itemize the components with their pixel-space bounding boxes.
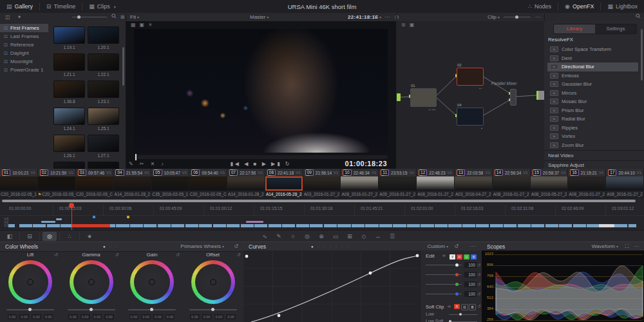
clip-thumbnail[interactable] bbox=[76, 176, 113, 191]
still-thumbnail[interactable] bbox=[88, 26, 119, 44]
gallery-still[interactable]: 1.24.1 bbox=[52, 108, 86, 135]
reset-icon[interactable]: ↺ bbox=[237, 251, 241, 259]
gallery-still[interactable]: 1.26.1 bbox=[52, 135, 86, 162]
tracker-icon[interactable]: ◎ bbox=[300, 233, 314, 240]
stereo-icon[interactable]: ◇ bbox=[357, 233, 371, 240]
channel-slider[interactable] bbox=[426, 265, 462, 265]
still-thumbnail[interactable] bbox=[88, 53, 119, 71]
fx-search-icon[interactable] bbox=[634, 13, 643, 21]
timeline-clip[interactable]: 0421:55:54:11V1A14_2016-01-28_2 bbox=[113, 169, 151, 198]
node-view-select[interactable]: Clip▾ bbox=[488, 13, 500, 21]
v2-clip-segment[interactable] bbox=[246, 221, 263, 223]
slider-knob[interactable] bbox=[455, 263, 459, 267]
page-dots[interactable]: ● ○ ○ ○ ○ ○ ○ bbox=[311, 242, 350, 251]
playhead-pin[interactable] bbox=[69, 203, 74, 208]
clip-thumbnail[interactable] bbox=[568, 176, 605, 191]
page-dots[interactable]: ● ○ ○ bbox=[103, 242, 118, 251]
camera-raw-icon[interactable]: ◧ bbox=[3, 233, 17, 240]
slider-knob[interactable] bbox=[455, 273, 459, 276]
video-frame[interactable] bbox=[134, 29, 388, 153]
fx-item[interactable]: fxColor Space Transform bbox=[547, 45, 638, 54]
reset-icon[interactable]: ↺ bbox=[234, 242, 238, 251]
fx-group-sapphire[interactable]: Sapphire Adjust bbox=[548, 162, 584, 168]
timeline-clip[interactable]: 0722:17:56:06V1A14_2016-01-28_2 bbox=[227, 169, 265, 198]
curves-mode-select[interactable]: Custom▾ bbox=[427, 242, 448, 251]
scope-mode-select[interactable]: Waveform▾ bbox=[592, 242, 618, 251]
master-wheel-slider[interactable] bbox=[68, 309, 115, 310]
clip-thumbnail[interactable] bbox=[493, 176, 530, 191]
still-thumbnail[interactable] bbox=[53, 53, 85, 71]
clip-thumbnail[interactable] bbox=[0, 176, 37, 191]
softclip-r-button[interactable]: R bbox=[454, 304, 460, 309]
album-item[interactable]: ⊡Reference bbox=[0, 41, 48, 49]
timeline-button[interactable]: ⊟ Timeline bbox=[40, 0, 82, 13]
softclip-g-button[interactable]: G bbox=[461, 304, 468, 310]
fx-item[interactable]: fxMirrors bbox=[547, 89, 638, 98]
openfx-button[interactable]: ◉ OpenFX bbox=[558, 0, 600, 13]
expand-icon[interactable]: ⛶ bbox=[625, 242, 629, 251]
nodes-button[interactable]: ∴ Nodes bbox=[522, 0, 558, 13]
v1-clip-bar[interactable] bbox=[19, 224, 636, 227]
tab-settings[interactable]: Settings bbox=[595, 24, 636, 33]
key-icon[interactable]: ▭ bbox=[328, 233, 343, 240]
clip-thumbnail[interactable] bbox=[303, 176, 341, 191]
timeline-clip[interactable]: 1520:58:37:18V1A08_2016-05-27_2 bbox=[531, 169, 569, 198]
parallel-mixer-node[interactable] bbox=[510, 89, 516, 106]
fx-item[interactable]: fxZoom Blur bbox=[547, 141, 638, 150]
clip-thumbnail[interactable] bbox=[227, 176, 265, 191]
clip-thumbnail[interactable] bbox=[113, 176, 151, 191]
fx-item[interactable]: fxPrism Blur bbox=[547, 106, 638, 115]
still-thumbnail[interactable] bbox=[53, 26, 85, 44]
keyframes-icon[interactable]: ↔ bbox=[371, 233, 385, 240]
timeline-clip[interactable]: 1422:56:34:22V1A08_2016-01-27_2 bbox=[493, 169, 531, 198]
wheels-mode-select[interactable]: Primaries Wheels▾ bbox=[180, 242, 224, 251]
channel-b-button[interactable]: B bbox=[471, 254, 477, 260]
fx-item[interactable]: fxGaussian Blur bbox=[547, 80, 638, 89]
expand-icon[interactable]: ⛶ bbox=[372, 13, 380, 21]
node-options-icon[interactable]: ⋯ bbox=[533, 13, 542, 21]
wheel-crosshair[interactable] bbox=[88, 279, 95, 285]
clip-thumbnail[interactable] bbox=[531, 176, 568, 191]
fx-item[interactable]: fxDent bbox=[547, 54, 638, 63]
clock-icon[interactable]: ◷ bbox=[393, 13, 401, 21]
fx-item[interactable]: fxMosaic Blur bbox=[547, 97, 638, 106]
highlight-clip-segment[interactable] bbox=[599, 224, 614, 227]
wheel-crosshair[interactable] bbox=[210, 279, 216, 285]
fx-item[interactable]: fxVortex bbox=[547, 132, 638, 141]
gallery-still[interactable]: 1.21.1 bbox=[52, 53, 86, 80]
clip-thumbnail[interactable] bbox=[379, 176, 416, 191]
channel-slider[interactable] bbox=[426, 294, 462, 294]
qualifier-icon[interactable]: ✎ bbox=[272, 233, 286, 240]
clip-thumbnail[interactable] bbox=[38, 176, 75, 191]
clip-thumbnail[interactable] bbox=[455, 176, 492, 191]
timeline-clip[interactable]: 1022:46:34:18V1A08_2016-01-27_2 bbox=[341, 169, 379, 198]
mute-icon[interactable]: ♪ bbox=[161, 161, 164, 167]
master-wheel-slider[interactable] bbox=[6, 309, 54, 310]
slider-knob[interactable] bbox=[28, 308, 32, 311]
channel-slider[interactable] bbox=[426, 284, 462, 285]
reject-icon[interactable]: ✕ bbox=[150, 161, 155, 167]
current-clip-segment[interactable] bbox=[71, 224, 110, 227]
viewer-enhance-icon[interactable]: ✳ bbox=[148, 22, 153, 28]
master-wheel-slider[interactable] bbox=[189, 309, 237, 310]
timeline-clip[interactable]: 1720:44:10:09V1A08_2016-01-27_2 bbox=[606, 169, 644, 198]
fx-item[interactable]: fxRadial Blur bbox=[547, 115, 638, 124]
fx-group-neat-video[interactable]: Neat Video bbox=[548, 153, 573, 158]
still-thumbnail[interactable] bbox=[88, 162, 119, 169]
timeline-clip[interactable]: 1222:48:23:13V1A08_2016-01-27_2 bbox=[417, 169, 455, 198]
fx-item[interactable]: fxEmboss bbox=[547, 71, 638, 80]
timeline-clip[interactable]: 0110:01:23:15V1C20_2016-02-05_1 bbox=[0, 169, 38, 198]
slider-knob[interactable] bbox=[150, 308, 153, 311]
gallery-still[interactable]: 1.36.8 bbox=[52, 80, 86, 108]
timeline-clip[interactable]: 1322:03:58:17V1A03_2016-04-27_2 bbox=[455, 169, 493, 198]
gallery-still[interactable]: 1.20.1 bbox=[86, 26, 120, 53]
gallery-still[interactable]: 1.19.1 bbox=[52, 26, 86, 53]
curve-graph[interactable] bbox=[243, 251, 420, 322]
softclip-slider[interactable] bbox=[449, 314, 477, 315]
timeline-clip[interactable]: 0210:21:59:15V1⚑C20_2016-02-05_1 bbox=[38, 169, 76, 198]
reset-icon[interactable]: ↺ bbox=[477, 304, 480, 309]
timeline-clip[interactable]: 0510:05:47:02V2C35_2016-02-05_1 bbox=[151, 169, 189, 198]
memories-icon[interactable]: ✦ bbox=[14, 13, 24, 21]
node-zoom-slider[interactable] bbox=[504, 17, 531, 17]
slider-knob[interactable] bbox=[77, 15, 80, 19]
